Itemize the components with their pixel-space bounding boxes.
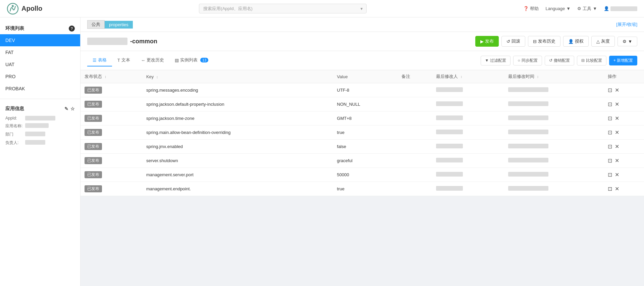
edit-row-button-4[interactable]: ⊡	[608, 143, 612, 150]
cell-key-3: spring.main.allow-bean-definition-overri…	[142, 126, 333, 140]
sort-modifier-icon[interactable]: ↕	[461, 75, 463, 79]
cell-ops-5: ⊡ ✕	[604, 154, 644, 168]
edit-row-button-1[interactable]: ⊡	[608, 101, 612, 107]
tools-button[interactable]: ⚙ 工具 ▼	[577, 6, 597, 12]
cell-note-4	[397, 140, 432, 154]
tab-history[interactable]: ↔ 更改历史	[136, 54, 169, 66]
sidebar-item-probak[interactable]: PROBAK	[0, 83, 80, 95]
star-icon[interactable]: ☆	[70, 106, 75, 111]
compare-icon: ⊟	[581, 58, 585, 63]
publish-button[interactable]: ▶ 发布	[475, 36, 499, 47]
delete-row-button-7[interactable]: ✕	[615, 186, 619, 192]
namespace-name: -common	[130, 38, 157, 45]
add-config-button[interactable]: + 新增配置	[609, 56, 637, 65]
cell-modifier-5	[432, 154, 504, 168]
revoke-button[interactable]: ↺ 撤销配置	[545, 56, 574, 65]
delete-row-button-6[interactable]: ✕	[615, 172, 619, 178]
env-help-icon[interactable]: ?	[69, 26, 75, 32]
cell-key-0: spring.messages.encoding	[142, 83, 333, 97]
user-button[interactable]: 👤	[604, 6, 637, 11]
text-icon: T	[117, 58, 120, 63]
delete-row-button-1[interactable]: ✕	[615, 101, 619, 107]
cell-status-0: 已发布	[80, 83, 142, 97]
table-row: 已发布 spring.messages.encoding UTF-8 ⊡ ✕	[80, 83, 644, 97]
svg-point-1	[12, 5, 14, 7]
appname-value	[25, 123, 49, 128]
rollback-button[interactable]: ↺ 回滚	[501, 36, 525, 47]
gray-button[interactable]: △ 灰度	[591, 36, 615, 47]
sort-status-icon[interactable]: ↕	[105, 75, 107, 79]
auth-button[interactable]: 👤 授权	[563, 36, 589, 47]
cell-value-1: NON_NULL	[333, 97, 398, 111]
cell-key-4: spring.jmx.enabled	[142, 140, 333, 154]
breadcrumb-properties-tag[interactable]: properties	[105, 21, 133, 29]
sort-time-icon[interactable]: ↕	[537, 75, 539, 79]
cell-ops-0: ⊡ ✕	[604, 83, 644, 97]
breadcrumb-gonggong-tag[interactable]: 公共	[87, 20, 105, 29]
sidebar-item-dev[interactable]: DEV	[0, 34, 80, 46]
table-actions: ▼ 过滤配置 ○ 同步配置 ↺ 撤销配置 ⊟ 比较配置	[481, 56, 637, 65]
edit-row-button-0[interactable]: ⊡	[608, 87, 612, 93]
edit-row-button-2[interactable]: ⊡	[608, 115, 612, 122]
delete-row-button-5[interactable]: ✕	[615, 157, 619, 164]
cell-modifier-0	[432, 83, 504, 97]
th-ops: 操作	[604, 70, 644, 83]
appname-row: 应用名称:	[5, 123, 75, 129]
language-button[interactable]: Language ▼	[545, 6, 571, 11]
sidebar-item-pro[interactable]: PRO	[0, 70, 80, 83]
sort-key-icon[interactable]: ↕	[156, 75, 158, 79]
tab-instances[interactable]: ▤ 实例列表 13	[169, 54, 214, 66]
cell-value-6: 50000	[333, 168, 398, 182]
delete-row-button-4[interactable]: ✕	[615, 143, 619, 150]
search-input[interactable]: 搜索应用(AppId、应用名)	[199, 4, 367, 13]
cell-note-7	[397, 182, 432, 196]
delete-row-button-3[interactable]: ✕	[615, 129, 619, 136]
table-row: 已发布 spring.jackson.default-property-incl…	[80, 97, 644, 111]
appid-value	[25, 116, 55, 121]
cell-note-1	[397, 97, 432, 111]
cell-time-0	[504, 83, 604, 97]
table-toolbar: ☰ 表格 T 文本 ↔ 更改历史 ▤ 实例列表 13	[80, 51, 644, 70]
cell-modifier-4	[432, 140, 504, 154]
sidebar-item-fat[interactable]: FAT	[0, 46, 80, 58]
edit-row-button-6[interactable]: ⊡	[608, 172, 612, 178]
cell-status-3: 已发布	[80, 126, 142, 140]
table-row: 已发布 management.endpoint. true ⊡ ✕	[80, 182, 644, 196]
edit-icon[interactable]: ✎	[64, 106, 68, 111]
edit-row-button-3[interactable]: ⊡	[608, 129, 612, 136]
expand-collapse-button[interactable]: [展开/收缩]	[616, 21, 637, 28]
revoke-icon: ↺	[549, 58, 552, 63]
tab-table[interactable]: ☰ 表格	[87, 54, 112, 66]
gear-button[interactable]: ⚙ ▼	[618, 37, 637, 46]
logo-text: Apollo	[21, 5, 42, 12]
cell-time-7	[504, 182, 604, 196]
instance-count-badge: 13	[200, 58, 208, 62]
compare-button[interactable]: ⊟ 比较配置	[577, 56, 606, 65]
tab-text[interactable]: T 文本	[112, 54, 136, 66]
user-name	[610, 6, 637, 11]
edit-row-button-7[interactable]: ⊡	[608, 186, 612, 192]
cell-status-5: 已发布	[80, 154, 142, 168]
cell-ops-6: ⊡ ✕	[604, 168, 644, 182]
edit-row-button-5[interactable]: ⊡	[608, 157, 612, 164]
cell-ops-3: ⊡ ✕	[604, 126, 644, 140]
publish-history-button[interactable]: ⊟ 发布历史	[528, 36, 560, 47]
nav-right-actions: ❓ 帮助 Language ▼ ⚙ 工具 ▼ 👤	[523, 6, 637, 12]
cell-value-7: true	[333, 182, 398, 196]
delete-row-button-2[interactable]: ✕	[615, 115, 619, 122]
cell-value-4: false	[333, 140, 398, 154]
cell-time-4	[504, 140, 604, 154]
cell-note-3	[397, 126, 432, 140]
logo: Apollo	[7, 3, 42, 15]
help-button[interactable]: ❓ 帮助	[523, 6, 539, 12]
settings-icon: ⚙	[623, 39, 627, 44]
sidebar-item-uat[interactable]: UAT	[0, 58, 80, 70]
apollo-logo-icon	[7, 3, 19, 15]
sync-button[interactable]: ○ 同步配置	[513, 56, 542, 65]
filter-button[interactable]: ▼ 过滤配置	[481, 56, 511, 65]
delete-row-button-0[interactable]: ✕	[615, 87, 619, 93]
table-body: 已发布 spring.messages.encoding UTF-8 ⊡ ✕ 已…	[80, 83, 644, 196]
filter-icon: ▼	[485, 58, 489, 63]
cell-key-6: management.server.port	[142, 168, 333, 182]
auth-icon: 👤	[568, 39, 574, 44]
